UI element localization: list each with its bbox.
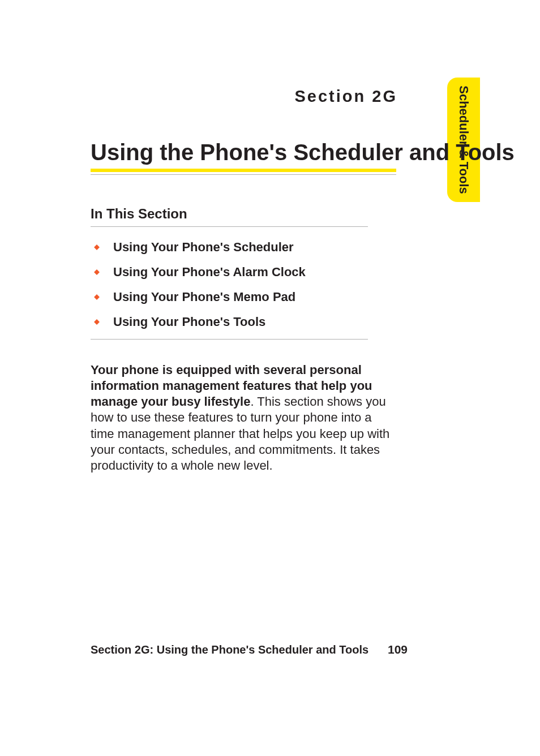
svg-rect-0	[94, 244, 100, 250]
footer-text: Section 2G: Using the Phone's Scheduler …	[91, 643, 368, 656]
intro-paragraph: Your phone is equipped with several pers…	[91, 362, 396, 474]
toc-item: Using Your Phone's Tools	[91, 315, 396, 329]
svg-rect-2	[94, 294, 100, 300]
diamond-bullet-icon	[91, 244, 113, 250]
toc-item-label: Using Your Phone's Alarm Clock	[113, 265, 306, 280]
footer-page-number: 109	[388, 643, 408, 656]
section-label: Section 2G	[295, 87, 398, 106]
toc-list: Using Your Phone's Scheduler Using Your …	[91, 240, 396, 340]
title-divider	[91, 174, 396, 175]
title-underline	[91, 169, 396, 172]
page-title: Using the Phone's Scheduler and Tools	[91, 140, 515, 165]
toc-item: Using Your Phone's Memo Pad	[91, 290, 396, 304]
svg-rect-3	[94, 319, 100, 325]
toc-item-label: Using Your Phone's Tools	[113, 315, 265, 329]
toc-item: Using Your Phone's Scheduler	[91, 240, 396, 255]
svg-rect-1	[94, 269, 100, 275]
diamond-bullet-icon	[91, 319, 113, 325]
subhead-in-this-section: In This Section	[91, 206, 187, 222]
toc-item-label: Using Your Phone's Memo Pad	[113, 290, 295, 304]
page: Scheduler & Tools Section 2G Using the P…	[0, 0, 540, 756]
divider-top	[91, 226, 368, 227]
diamond-bullet-icon	[91, 269, 113, 275]
toc-item: Using Your Phone's Alarm Clock	[91, 265, 396, 280]
diamond-bullet-icon	[91, 294, 113, 300]
divider-bottom	[91, 339, 368, 340]
toc-item-label: Using Your Phone's Scheduler	[113, 240, 294, 255]
page-footer: Section 2G: Using the Phone's Scheduler …	[91, 643, 408, 656]
